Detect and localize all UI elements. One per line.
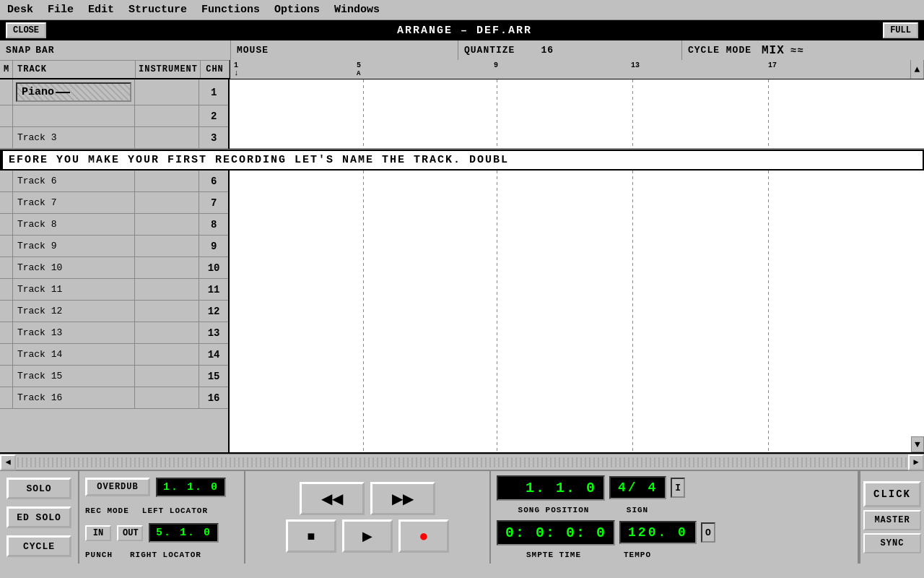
smpte-row: 0: 0: 0: 0 120. 0 O	[497, 520, 852, 545]
track-13-name[interactable]: Track 13	[13, 322, 135, 343]
track-16-name[interactable]: Track 16	[13, 387, 135, 408]
record-icon: ●	[419, 527, 428, 545]
track-row-3: Track 3 3	[0, 127, 228, 149]
track-11-chn: 11	[199, 279, 228, 300]
punch-labels-row: PUNCH RIGHT LOCATOR	[85, 551, 238, 559]
title-bar: CLOSE ARRANGE – DEF.ARR FULL	[0, 20, 924, 40]
track-8-name[interactable]: Track 8	[13, 214, 135, 235]
sync-button[interactable]: SYNC	[863, 533, 921, 553]
forward-icon: ▶▶	[392, 490, 414, 507]
track-6-chn: 6	[199, 171, 228, 191]
track-11-name[interactable]: Track 11	[13, 279, 135, 300]
song-position-labels: SONG POSITION SIGN	[500, 506, 852, 514]
track-1-m	[0, 79, 13, 105]
track-15-name[interactable]: Track 15	[13, 366, 135, 387]
stop-button[interactable]: ■	[286, 519, 336, 553]
track-14-inst	[135, 344, 199, 365]
out-button[interactable]: OUT	[117, 525, 143, 541]
track-9-chn: 9	[199, 236, 228, 256]
overdub-button[interactable]: OVERDUB	[85, 478, 150, 496]
ed-solo-button[interactable]: ED SOLO	[6, 506, 71, 528]
ruler-scroll-up[interactable]: ▲	[910, 60, 923, 79]
in-button[interactable]: IN	[85, 525, 111, 541]
right-locator-display: 5. 1. 0	[149, 523, 219, 543]
play-row-top: ◀◀ ▶▶	[300, 482, 435, 515]
track-row-1: Piano 1	[0, 79, 228, 105]
track-3-name[interactable]: Track 3	[13, 127, 135, 148]
header-m: M	[0, 61, 13, 78]
track-10-chn: 10	[199, 257, 228, 278]
track-13-chn: 13	[199, 322, 228, 343]
solo-button[interactable]: SOLO	[6, 478, 71, 499]
ruler-mark-17: 17	[768, 61, 777, 69]
arrange-area[interactable]: ▼	[230, 171, 924, 452]
track-10-inst	[135, 257, 199, 278]
track-6-inst	[135, 171, 199, 191]
track-9-inst	[135, 236, 199, 256]
track-3-m	[0, 127, 13, 148]
track-9-m	[0, 236, 13, 256]
menu-structure[interactable]: Structure	[128, 4, 187, 16]
click-button[interactable]: CLICK	[863, 481, 921, 507]
piano-name-field[interactable]: Piano	[16, 82, 131, 102]
track-1-name[interactable]: Piano	[13, 79, 135, 105]
menu-functions[interactable]: Functions	[201, 4, 260, 16]
menu-windows[interactable]: Windows	[334, 4, 380, 16]
track-11-inst	[135, 279, 199, 300]
track-16-chn: 16	[199, 387, 228, 408]
forward-button[interactable]: ▶▶	[370, 482, 435, 515]
track-row-11: Track 11 11	[0, 279, 228, 301]
transport-position-section: 1. 1. 0 4/ 4 I SONG POSITION SIGN 0: 0: …	[491, 471, 859, 564]
arrange-scroll-down[interactable]: ▼	[911, 436, 924, 452]
hscroll-right-button[interactable]: ▶	[908, 454, 924, 470]
track-row-10: Track 10 10	[0, 257, 228, 279]
window-title: ARRANGE – DEF.ARR	[397, 25, 532, 37]
track-12-inst	[135, 301, 199, 322]
snap-section: SNAP BAR	[0, 40, 231, 60]
cycle-button[interactable]: CYCLE	[6, 535, 71, 557]
smpte-display: 0: 0: 0: 0	[497, 520, 615, 545]
tempo-label: TEMPO	[612, 551, 663, 559]
menu-desk[interactable]: Desk	[7, 4, 33, 16]
track-3-chn: 3	[199, 127, 228, 148]
track-6-name[interactable]: Track 6	[13, 171, 135, 191]
horizontal-scrollbar: ◀ ▶	[0, 454, 924, 470]
track-16-m	[0, 387, 13, 408]
close-button[interactable]: CLOSE	[6, 22, 46, 38]
rewind-button[interactable]: ◀◀	[300, 482, 365, 515]
arrange-grid-3	[632, 171, 633, 452]
menu-options[interactable]: Options	[274, 4, 320, 16]
cycle-mode-value[interactable]: MIX	[762, 44, 785, 57]
hscroll-track[interactable]	[17, 457, 907, 467]
master-button[interactable]: MASTER	[863, 510, 921, 530]
track-12-name[interactable]: Track 12	[13, 301, 135, 322]
hscroll-left-button[interactable]: ◀	[0, 454, 16, 470]
grid-line-1	[363, 79, 364, 148]
play-button[interactable]: ▶	[342, 519, 393, 553]
snap-value[interactable]: BAR	[35, 45, 54, 56]
sign-label: SIGN	[612, 506, 663, 514]
quantize-value[interactable]: 16	[541, 45, 554, 56]
track-10-name[interactable]: Track 10	[13, 257, 135, 278]
menu-edit[interactable]: Edit	[88, 4, 114, 16]
track-row-16: Track 16 16	[0, 387, 228, 409]
ruler-mark-9: 9	[494, 61, 498, 69]
track-7-name[interactable]: Track 7	[13, 192, 135, 213]
ruler-area: ↓ 1 5A 9 13 17 ▲	[230, 60, 924, 79]
track-2-name[interactable]	[13, 105, 135, 126]
track-row-2: 2	[0, 105, 228, 127]
track-9-name[interactable]: Track 9	[13, 236, 135, 256]
banner-text: EFORE YOU MAKE YOUR FIRST RECORDING LET'…	[9, 154, 509, 166]
track-15-m	[0, 366, 13, 387]
full-button[interactable]: FULL	[883, 22, 918, 38]
tempo-display: 120. 0	[619, 521, 697, 544]
mouse-section: MOUSE	[231, 40, 458, 60]
track-16-inst	[135, 387, 199, 408]
track-14-name[interactable]: Track 14	[13, 344, 135, 365]
punch-label: PUNCH	[85, 551, 113, 559]
record-button[interactable]: ●	[398, 519, 449, 553]
rec-mode-row: REC MODE LEFT LOCATOR	[85, 506, 238, 515]
track-2-m	[0, 105, 13, 126]
menu-file[interactable]: File	[48, 4, 74, 16]
quantize-label: QUANTIZE	[464, 45, 515, 56]
